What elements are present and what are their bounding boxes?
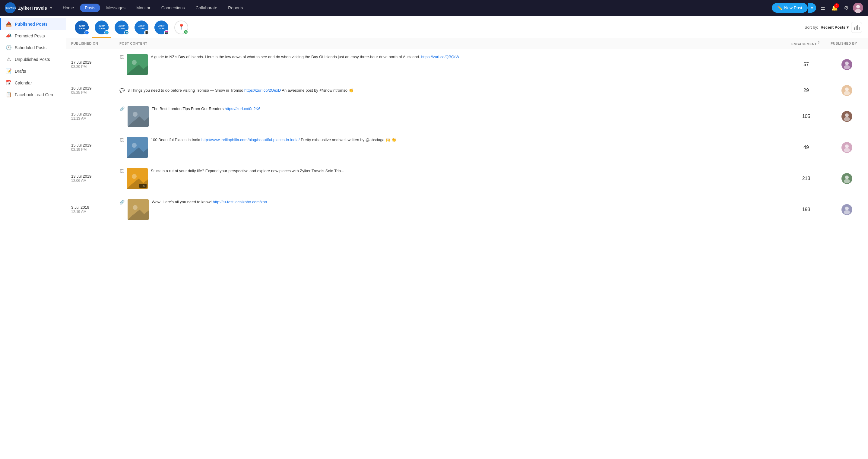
sidebar-item-label: Unpublished Posts	[15, 57, 50, 62]
notification-badge: 2	[834, 3, 839, 8]
twitter-tab-avatar: Zylker Travel 🐦	[95, 21, 108, 34]
sidebar-item-facebook-lead-gen[interactable]: 📋 Facebook Lead Gen	[0, 89, 66, 100]
promoted-posts-icon: 📣	[6, 33, 12, 39]
post-content-wrapper: 🖼 100 Beautiful Places in India http://w…	[119, 137, 782, 158]
svg-text:Travel: Travel	[99, 27, 105, 30]
post-content-wrapper: 🖼 +3 Stuck in a rut of your daily life? …	[119, 168, 782, 189]
post-type-icon: 💬	[119, 88, 125, 93]
nav-connections[interactable]: Connections	[157, 4, 190, 12]
svg-point-53	[845, 176, 849, 179]
facebook-indicator: f	[85, 30, 89, 35]
svg-text:📍: 📍	[178, 24, 185, 30]
table-row: 3 Jul 2019 12:19 AM 🔗 Wow! Here's all yo…	[66, 194, 868, 225]
svg-text:Zylker: Zylker	[138, 25, 145, 27]
post-date-cell: 17 Jul 2019 02:20 PM	[66, 49, 115, 80]
nav-messages[interactable]: Messages	[101, 4, 130, 12]
post-link[interactable]: http://www.thrillophilia.com/blog/beauti…	[202, 137, 300, 142]
sidebar-item-published-posts[interactable]: 📤 Published Posts	[0, 18, 66, 30]
post-type-icon: 🖼	[119, 137, 124, 142]
svg-point-36	[133, 112, 137, 117]
engagement-number: 29	[792, 88, 821, 93]
main-content: Zylker Travel f Zylker Travel 🐦	[66, 16, 868, 459]
social-tab-mobile[interactable]: Zylker Travel 📱	[132, 19, 151, 38]
published-by-cell	[826, 163, 868, 194]
brand-icon: ZylkerTravel	[5, 2, 16, 13]
post-content-cell: 🖼 A guide to NZ's Bay of Islands. Here i…	[115, 49, 786, 80]
sidebar-item-calendar[interactable]: 📅 Calendar	[0, 77, 66, 89]
post-type-icon: 🖼	[119, 169, 124, 174]
top-navigation: ZylkerTravel ZylkerTravels ▾ Home Posts …	[0, 0, 868, 16]
sidebar-item-drafts[interactable]: 📝 Drafts	[0, 65, 66, 77]
notifications-button[interactable]: 🔔 2	[829, 3, 840, 13]
engagement-cell: 213	[786, 163, 826, 194]
social-tab-location[interactable]: 📍 G	[172, 19, 191, 38]
post-date: 3 Jul 2019	[71, 205, 110, 210]
svg-rect-23	[856, 26, 857, 30]
linkedin-indicator: in	[124, 30, 129, 35]
post-link[interactable]: https://zurl.co/2OexD	[244, 88, 281, 93]
nav-home[interactable]: Home	[58, 4, 79, 12]
svg-rect-22	[854, 27, 855, 30]
user-avatar[interactable]	[853, 3, 863, 13]
post-date: 16 Jul 2019	[71, 86, 110, 90]
svg-point-31	[844, 65, 850, 69]
sidebar-item-label: Promoted Posts	[15, 33, 45, 38]
engagement-number: 193	[792, 207, 821, 212]
sidebar-item-promoted-posts[interactable]: 📣 Promoted Posts	[0, 30, 66, 41]
post-content-cell: 🖼 100 Beautiful Places in India http://w…	[115, 132, 786, 163]
social-tab-instagram[interactable]: Zylker Travel 📷	[152, 19, 171, 38]
sort-dropdown[interactable]: Recent Posts ▾	[820, 25, 849, 30]
post-content-wrapper: 🖼 A guide to NZ's Bay of Islands. Here i…	[119, 54, 782, 75]
analytics-view-button[interactable]	[851, 22, 862, 33]
post-time: 11:13 AM	[71, 116, 110, 121]
sort-chevron-icon: ▾	[846, 25, 849, 30]
linkedin-tab-avatar: Zylker Travel in	[115, 21, 128, 34]
col-header-engagement: ENGAGEMENT ?	[786, 38, 826, 49]
svg-text:Zylker: Zylker	[158, 25, 165, 27]
nav-posts[interactable]: Posts	[80, 4, 100, 12]
svg-point-27	[132, 60, 136, 65]
svg-point-45	[845, 145, 849, 148]
svg-point-39	[845, 113, 849, 117]
svg-point-46	[844, 148, 850, 152]
table-header: PUBLISHED ON POST CONTENT ENGAGEMENT ? P…	[66, 38, 868, 49]
sidebar-item-label: Facebook Lead Gen	[15, 92, 53, 97]
post-thumbnail: +3	[127, 168, 148, 189]
svg-text:Zylker: Zylker	[119, 25, 125, 27]
sort-value: Recent Posts	[820, 25, 845, 30]
table-row: 16 Jul 2019 05:25 PM 💬 3 Things you need…	[66, 80, 868, 101]
svg-point-60	[844, 210, 850, 214]
sidebar-item-label: Published Posts	[15, 22, 48, 27]
svg-text:ZylkerTravel: ZylkerTravel	[5, 7, 16, 10]
engagement-cell: 29	[786, 80, 826, 101]
post-time: 12:06 AM	[71, 179, 110, 183]
posts-table-body: 17 Jul 2019 02:20 PM 🖼 A guide to NZ's B…	[66, 49, 868, 225]
svg-point-48	[132, 174, 136, 179]
sidebar-item-unpublished-posts[interactable]: ⚠ Unpublished Posts	[0, 53, 66, 65]
svg-text:Zylker: Zylker	[99, 25, 105, 27]
mobile-indicator: 📱	[144, 30, 149, 35]
settings-button[interactable]: ⚙	[842, 3, 850, 13]
social-tab-twitter[interactable]: Zylker Travel 🐦	[92, 19, 111, 38]
table-row: 15 Jul 2019 02:19 PM 🖼 100 Beautiful Pla…	[66, 132, 868, 163]
nav-reports[interactable]: Reports	[223, 4, 248, 12]
table-row: 15 Jul 2019 11:13 AM 🔗 The Best London T…	[66, 101, 868, 132]
nav-monitor[interactable]: Monitor	[131, 4, 155, 12]
sidebar-item-scheduled-posts[interactable]: 🕐 Scheduled Posts	[0, 41, 66, 53]
svg-point-40	[844, 117, 850, 121]
publisher-avatar	[841, 204, 852, 215]
post-link[interactable]: http://tu-test.localzoho.com/zpn	[213, 200, 267, 204]
post-date: 13 Jul 2019	[71, 174, 110, 179]
instagram-indicator: 📷	[164, 30, 169, 35]
engagement-cell: 49	[786, 132, 826, 163]
social-tab-facebook[interactable]: Zylker Travel f	[72, 19, 91, 38]
brand-logo-area[interactable]: ZylkerTravel ZylkerTravels ▾	[5, 2, 52, 13]
new-post-dropdown-button[interactable]: ▾	[808, 3, 816, 13]
menu-icon-button[interactable]: ☰	[818, 3, 827, 13]
nav-collaborate[interactable]: Collaborate	[191, 4, 222, 12]
post-date-cell: 16 Jul 2019 05:25 PM	[66, 80, 115, 101]
new-post-button[interactable]: ✏️ New Post	[772, 3, 808, 13]
social-tab-linkedin[interactable]: Zylker Travel in	[112, 19, 131, 38]
post-link[interactable]: https://zurl.co/0n2K6	[225, 106, 260, 111]
post-link[interactable]: https://zurl.co/QBQrW	[421, 55, 459, 59]
